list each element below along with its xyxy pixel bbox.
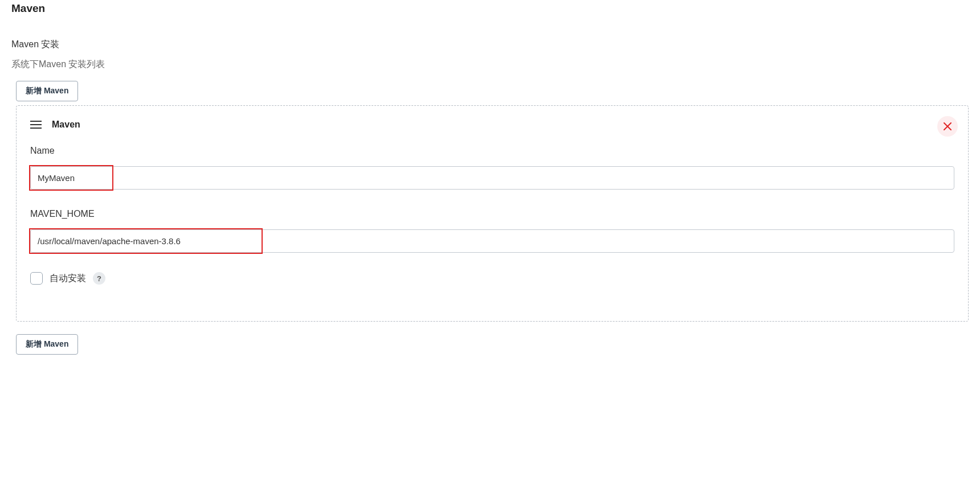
name-input[interactable] bbox=[30, 166, 954, 190]
maven-install-card: Maven Name MAVEN_HOME 自动安装 ? bbox=[16, 105, 969, 322]
auto-install-checkbox[interactable] bbox=[30, 272, 43, 285]
auto-install-label: 自动安装 bbox=[50, 273, 86, 285]
drag-handle-icon[interactable] bbox=[30, 121, 42, 129]
card-title: Maven bbox=[52, 120, 80, 130]
help-icon[interactable]: ? bbox=[93, 272, 105, 285]
maven-home-label: MAVEN_HOME bbox=[30, 209, 954, 219]
section-description: 系统下Maven 安装列表 bbox=[11, 59, 969, 71]
maven-home-input[interactable] bbox=[30, 229, 954, 253]
add-maven-button-bottom[interactable]: 新增 Maven bbox=[16, 334, 78, 355]
section-subtitle: Maven 安装 bbox=[11, 39, 969, 51]
close-icon bbox=[944, 122, 952, 130]
name-label: Name bbox=[30, 146, 954, 156]
add-maven-button-top[interactable]: 新增 Maven bbox=[16, 81, 78, 101]
close-button[interactable] bbox=[937, 116, 958, 137]
page-title: Maven bbox=[11, 2, 969, 15]
